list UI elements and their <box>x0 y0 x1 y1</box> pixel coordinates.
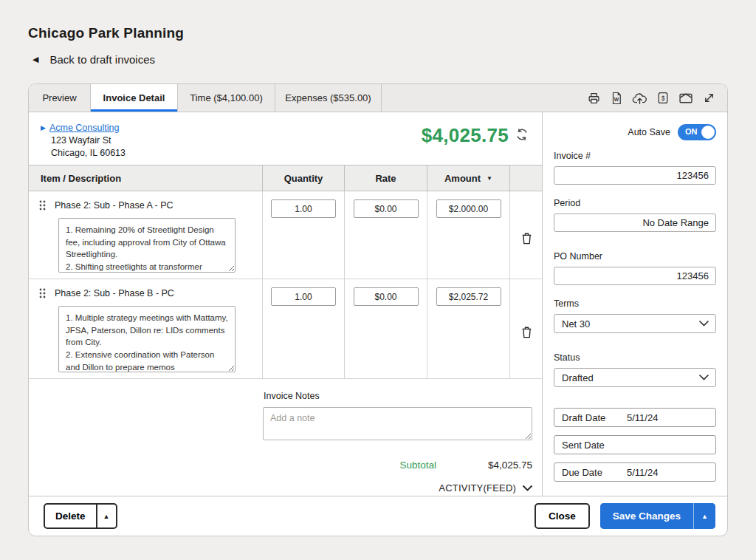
back-link[interactable]: ◀ Back to draft invoices <box>32 53 155 66</box>
col-header-amount[interactable]: Amount ▼ <box>427 165 510 191</box>
tab-time[interactable]: Time ($4,100.00) <box>178 84 275 112</box>
amount-input[interactable] <box>436 287 501 306</box>
cloud-upload-icon[interactable] <box>632 92 647 105</box>
card-content: ▶ Acme Consulting 123 Wayfair St Chicago… <box>29 112 727 496</box>
invoice-total: $4,025.75 <box>422 124 509 147</box>
client-address-line1: 123 Wayfair St <box>41 134 126 147</box>
close-button[interactable]: Close <box>535 503 590 529</box>
autosave-label: Auto Save <box>628 127 670 137</box>
print-icon[interactable] <box>587 92 601 105</box>
invoice-header-row: ▶ Acme Consulting 123 Wayfair St Chicago… <box>29 112 542 165</box>
line-item-row: Phase 2: Sub - Phase B - PC 1. Multiple … <box>29 279 542 379</box>
period-label: Period <box>554 198 716 208</box>
save-options-caret[interactable]: ▲ <box>693 503 715 529</box>
svg-text:W: W <box>614 96 619 101</box>
save-split-button: Save Changes ▲ <box>600 503 715 529</box>
chevron-down-icon <box>699 321 709 327</box>
period-input[interactable] <box>554 214 716 232</box>
terms-label: Terms <box>554 298 716 309</box>
amount-sort-icon: ▼ <box>487 175 492 182</box>
item-title: Phase 2: Sub - Phase B - PC <box>55 288 174 298</box>
refresh-icon[interactable] <box>515 128 529 141</box>
terms-value: Net 30 <box>562 318 590 329</box>
invoice-notes-label: Invoice Notes <box>264 391 532 401</box>
trash-icon <box>521 232 532 245</box>
status-label: Status <box>554 352 716 363</box>
col-header-actions <box>510 165 543 191</box>
col-header-rate: Rate <box>345 165 427 191</box>
autosave-state: ON <box>685 127 698 136</box>
invoice-card: Preview Invoice Detail Time ($4,100.00) … <box>28 83 728 536</box>
tab-preview[interactable]: Preview <box>29 84 91 112</box>
svg-text:$: $ <box>662 95 665 102</box>
trash-icon <box>521 326 532 338</box>
subtotal-label: Subtotal <box>399 460 436 471</box>
due-date-value: 5/11/24 <box>627 467 658 478</box>
tab-bar: Preview Invoice Detail Time ($4,100.00) … <box>29 84 727 112</box>
delete-row-button[interactable] <box>521 288 532 378</box>
po-number-label: PO Number <box>554 251 716 262</box>
chevron-down-icon <box>699 375 709 380</box>
toolbar-icons: W $ <box>587 84 727 112</box>
autosave-toggle[interactable]: ON <box>678 124 716 140</box>
due-date-field[interactable]: Due Date 5/11/24 <box>554 462 716 482</box>
terms-select[interactable]: Net 30 <box>554 314 716 333</box>
dollar-doc-icon[interactable]: $ <box>657 92 669 104</box>
drag-handle-icon[interactable] <box>39 288 46 298</box>
tab-invoice-detail[interactable]: Invoice Detail <box>91 84 178 112</box>
draft-date-label: Draft Date <box>554 412 605 423</box>
client-address-line2: Chicago, IL 60613 <box>41 147 126 160</box>
tab-time-label: Time ($4,100.00) <box>190 92 263 103</box>
toggle-knob <box>701 126 715 139</box>
activity-feed-toggle[interactable]: ACTIVITY(FEED) <box>263 482 532 494</box>
tab-invoice-detail-label: Invoice Detail <box>103 92 165 103</box>
amount-input[interactable] <box>436 199 501 218</box>
back-arrow-icon: ◀ <box>32 55 38 64</box>
quantity-input[interactable] <box>271 287 336 306</box>
due-date-label: Due Date <box>554 467 602 478</box>
invoice-settings-sidebar: Auto Save ON Invoice # Period PO Number … <box>543 112 727 496</box>
table-header: Item / Description Quantity Rate Amount … <box>29 165 542 191</box>
drag-handle-icon[interactable] <box>39 200 46 211</box>
delete-button[interactable]: Delete <box>45 505 96 527</box>
word-doc-icon[interactable]: W <box>611 92 622 105</box>
client-name-link[interactable]: Acme Consulting <box>49 122 120 134</box>
rate-input[interactable] <box>354 287 419 306</box>
item-description-textarea[interactable]: 1. Multiple strategy meetings with Matta… <box>58 306 236 372</box>
draft-date-field[interactable]: Draft Date 5/11/24 <box>554 408 716 427</box>
delete-split-button: Delete ▲ <box>44 503 117 529</box>
item-title: Phase 2: Sub - Phase A - PC <box>55 200 173 211</box>
invoice-number-input[interactable] <box>554 166 716 185</box>
quantity-input[interactable] <box>271 199 336 218</box>
tab-expenses[interactable]: Expenses ($535.00) <box>275 84 382 112</box>
invoice-notes-textarea[interactable] <box>263 407 532 440</box>
page-title: Chicago Park Planning <box>28 25 184 41</box>
client-block: ▶ Acme Consulting 123 Wayfair St Chicago… <box>41 122 126 165</box>
expand-icon[interactable] <box>703 92 715 104</box>
status-value: Drafted <box>562 372 594 383</box>
col-header-item: Item / Description <box>29 165 263 191</box>
back-link-label: Back to draft invoices <box>49 53 155 66</box>
status-select[interactable]: Drafted <box>554 368 716 387</box>
draft-date-value: 5/11/24 <box>627 412 658 423</box>
tab-expenses-label: Expenses ($535.00) <box>285 92 371 103</box>
save-changes-button[interactable]: Save Changes <box>600 503 693 529</box>
col-header-quantity: Quantity <box>263 165 345 191</box>
subtotal-value: $4,025.75 <box>436 460 532 471</box>
col-header-amount-label: Amount <box>444 173 481 184</box>
card-footer: Delete ▲ Close Save Changes ▲ <box>29 496 727 536</box>
invoice-number-label: Invoice # <box>554 151 716 161</box>
line-item-row: Phase 2: Sub - Phase A - PC 1. Remaining… <box>29 191 542 279</box>
delete-row-button[interactable] <box>521 200 532 279</box>
sent-date-field[interactable]: Sent Date <box>554 435 716 454</box>
rate-input[interactable] <box>354 199 419 218</box>
activity-feed-label: ACTIVITY(FEED) <box>439 482 516 494</box>
chevron-down-icon <box>523 485 532 491</box>
email-icon[interactable] <box>678 92 693 104</box>
sent-date-label: Sent Date <box>554 440 605 451</box>
item-description-textarea[interactable]: 1. Remaining 20% of Streetlight Design f… <box>58 218 236 273</box>
po-number-input[interactable] <box>554 267 716 285</box>
delete-options-caret[interactable]: ▲ <box>96 505 116 527</box>
client-expand-icon[interactable]: ▶ <box>41 123 46 132</box>
tab-preview-label: Preview <box>42 92 76 103</box>
